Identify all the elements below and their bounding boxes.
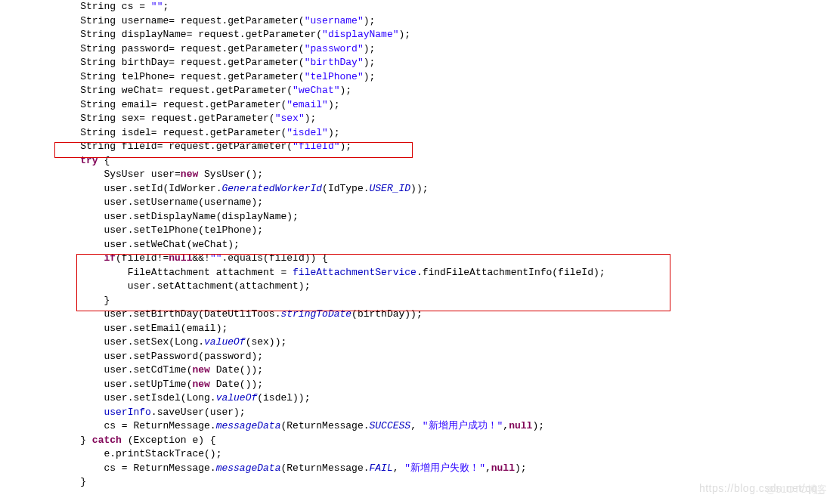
code-line: try { [57, 154, 833, 169]
code-line: String sex= request.getParameter("sex"); [57, 112, 833, 126]
code-line: user.setIsdel(Long.valueOf(isdel)); [57, 391, 833, 406]
code-line: user.setAttachment(attachment); [57, 280, 833, 294]
code-line: String weChat= request.getParameter("weC… [57, 84, 833, 98]
code-line: user.setPassword(password); [57, 350, 833, 364]
code-block: String cs = ""; String username= request… [0, 0, 833, 490]
code-line: } [57, 475, 833, 490]
code-line: cs = ReturnMessage.messageData(ReturnMes… [57, 462, 833, 476]
code-line: String password= request.getParameter("p… [57, 42, 833, 57]
code-line: user.setUsername(username); [57, 196, 833, 210]
code-line: } catch (Exception e) { [57, 434, 833, 448]
code-line: user.setId(IdWorker.GeneratedWorkerId(Id… [57, 182, 833, 196]
code-line: user.setTelPhone(telPhone); [57, 224, 833, 238]
code-line: } [57, 294, 833, 308]
code-line: user.setBirthDay(DateUtliToos.stringToDa… [57, 308, 833, 322]
code-line: user.setEmail(email); [57, 322, 833, 336]
code-line: String isdel= request.getParameter("isde… [57, 126, 833, 141]
code-line: String cs = ""; [57, 0, 833, 14]
code-line: e.printStackTrace(); [57, 447, 833, 462]
code-line: userInfo.saveUser(user); [57, 406, 833, 420]
code-line: user.setDisplayName(displayName); [57, 210, 833, 224]
code-line: String username= request.getParameter("u… [57, 14, 833, 29]
code-line: String birthDay= request.getParameter("b… [57, 56, 833, 70]
code-line: user.setSex(Long.valueOf(sex)); [57, 335, 833, 350]
code-line: user.setCdTime(new Date()); [57, 363, 833, 378]
code-line: String telPhone= request.getParameter("t… [57, 70, 833, 85]
code-line: user.setWeChat(weChat); [57, 238, 833, 252]
code-line: String fileId= request.getParameter("fil… [57, 140, 833, 154]
code-line: String displayName= request.getParameter… [57, 28, 833, 42]
code-line: cs = ReturnMessage.messageData(ReturnMes… [57, 419, 833, 434]
code-line: FileAttachment attachment = fileAttachme… [57, 266, 833, 280]
code-line: String email= request.getParameter("emai… [57, 98, 833, 113]
code-line: user.setUpTime(new Date()); [57, 378, 833, 392]
code-line: SysUser user=new SysUser(); [57, 168, 833, 182]
code-line: if(fileId!=null&&!"".equals(fileId)) { [57, 252, 833, 266]
